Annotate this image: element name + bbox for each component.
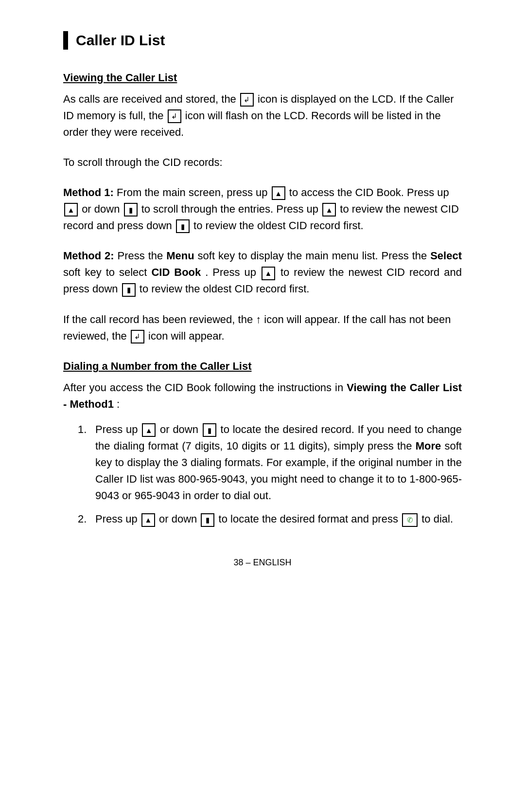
- reviewed-text2: icon will appear.: [148, 330, 225, 342]
- method2-text3: soft key to select: [63, 266, 147, 278]
- reviewed-icon: ↲: [131, 330, 144, 343]
- method1-para: Method 1: From the main screen, press up…: [63, 184, 462, 234]
- method1-text2: to access the CID Book. Press up: [289, 186, 449, 198]
- method1-text1: From the main screen, press up: [117, 186, 268, 198]
- method1-text6: to review the oldest CID record first.: [193, 219, 364, 232]
- item2-text-mid1: or down: [159, 513, 197, 525]
- list-item-1: 1. Press up ▲ or down ▮ to locate the de…: [78, 421, 462, 504]
- list-number-1: 1.: [78, 421, 95, 438]
- method1-down-icon2: ▮: [176, 219, 190, 233]
- viewing-para1: As calls are received and stored, the ↲ …: [63, 91, 462, 141]
- method1-up-icon2: ▲: [64, 203, 78, 217]
- method1-text3: or down: [82, 203, 120, 215]
- para1-text-start: As calls are received and stored, the: [63, 93, 236, 105]
- list-item-2: 2. Press up ▲ or down ▮ to locate the de…: [78, 511, 462, 527]
- page-container: Caller ID List Viewing the Caller List A…: [53, 0, 472, 608]
- dialing-heading: Dialing a Number from the Caller List: [63, 358, 462, 375]
- method2-text1: Press the: [118, 250, 163, 262]
- item2-text-mid2: to locate the desired format and press: [219, 513, 398, 525]
- dialing-intro-text: After you access the CID Book following …: [63, 381, 343, 394]
- method1-down-icon1: ▮: [124, 203, 138, 217]
- method2-cid-word: CID Book: [151, 266, 201, 278]
- reviewed-para: If the call record has been reviewed, th…: [63, 311, 462, 344]
- method2-para: Method 2: Press the Menu soft key to dis…: [63, 248, 462, 297]
- item2-down-icon: ▮: [201, 513, 214, 527]
- item1-more-word: More: [416, 440, 441, 452]
- to-scroll-para: To scroll through the CID records:: [63, 154, 462, 171]
- item2-phone-icon: ✆: [402, 513, 418, 527]
- item1-text-mid1: or down: [160, 423, 198, 435]
- item1-text-start: Press up: [95, 423, 138, 435]
- item2-up-icon: ▲: [141, 513, 155, 527]
- method1-label: Method 1:: [63, 186, 114, 198]
- method2-menu-word: Menu: [166, 250, 194, 262]
- list-content-1: Press up ▲ or down ▮ to locate the desir…: [95, 421, 462, 504]
- item2-text-start: Press up: [95, 513, 138, 525]
- page-title: Caller ID List: [63, 29, 462, 52]
- title-bar-icon: [63, 31, 68, 50]
- method2-text6: to review the oldest CID record first.: [140, 283, 310, 295]
- title-text: Caller ID List: [76, 29, 165, 52]
- page-footer: 38 – ENGLISH: [63, 537, 462, 579]
- list-content-2: Press up ▲ or down ▮ to locate the desir…: [95, 511, 462, 527]
- method1-text4: to scroll through the entries. Press up: [141, 203, 318, 215]
- method1-up-icon1: ▲: [272, 186, 285, 200]
- cid-flash-icon: ↲: [168, 109, 181, 123]
- item2-text-end: to dial.: [421, 513, 453, 525]
- item1-up-icon: ▲: [142, 423, 156, 437]
- method2-down-icon: ▮: [122, 283, 136, 297]
- method1-up-icon3: ▲: [322, 203, 336, 217]
- footer-text: 38 – ENGLISH: [233, 558, 291, 567]
- method2-text4: . Press up: [205, 266, 256, 278]
- list-number-2: 2.: [78, 511, 95, 527]
- dialing-intro-end: :: [117, 398, 120, 410]
- method2-label: Method 2:: [63, 250, 114, 262]
- viewing-heading: Viewing the Caller List: [63, 70, 462, 86]
- reviewed-text1: If the call record has been reviewed, th…: [63, 313, 451, 342]
- item1-down-icon: ▮: [203, 423, 216, 437]
- dialing-intro: After you access the CID Book following …: [63, 379, 462, 413]
- method2-up-icon: ▲: [262, 267, 275, 280]
- method2-text2: soft key to display the main menu list. …: [198, 250, 427, 262]
- cid-stored-icon: ↲: [240, 93, 254, 107]
- method2-select-word: Select: [430, 250, 462, 262]
- dialing-list: 1. Press up ▲ or down ▮ to locate the de…: [78, 421, 462, 528]
